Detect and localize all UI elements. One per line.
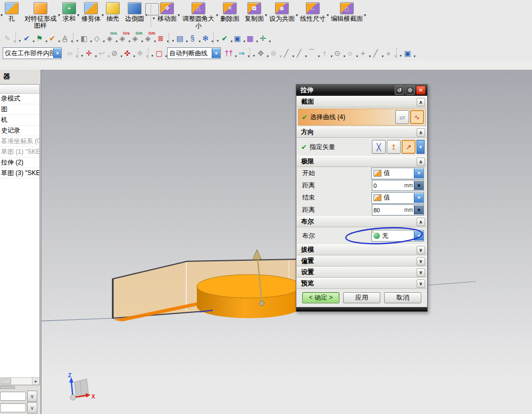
expand-chevron-icon[interactable]: ∨ xyxy=(27,391,37,402)
collapse-chevron-icon[interactable]: ∧ xyxy=(417,128,425,137)
dagger-icon[interactable]: †† ▾ xyxy=(223,47,235,59)
dropdown-arrow[interactable]: ▾ xyxy=(216,12,218,19)
sketch-axis-line[interactable] xyxy=(41,318,113,321)
nav-history-mode[interactable]: 录模式 xyxy=(0,94,39,104)
dialog-resize-bar[interactable] xyxy=(296,307,427,311)
distance-options-arrow-icon[interactable]: ▼ xyxy=(414,205,423,214)
verify-check-icon[interactable]: ✔ ▾ xyxy=(219,32,230,44)
end-type-dropdown[interactable]: 值 ▼ xyxy=(371,192,424,204)
vector-origin-handle[interactable] xyxy=(260,301,264,306)
solid-cube-icon[interactable]: ▣ ▾ xyxy=(402,47,413,59)
grab-hand-icon[interactable]: ❖ ▾ xyxy=(134,47,146,59)
undo-selection-icon[interactable]: ↩ ▾ xyxy=(96,47,107,59)
collapse-chevron-icon[interactable]: ∧ xyxy=(417,98,425,106)
start-distance-input[interactable] xyxy=(372,183,403,189)
copy-face-button[interactable]: ⧉ 复制面 ▾ xyxy=(243,0,265,30)
dropdown-arrow[interactable]: ▾ xyxy=(296,12,298,19)
snap-vertical-icon[interactable]: ↑ ▾ xyxy=(319,47,330,59)
section-settings[interactable]: 设置 ∨ xyxy=(297,267,427,278)
dropdown-arrow[interactable]: ▾ xyxy=(77,12,79,19)
stack-icon[interactable]: ▤ ▾ xyxy=(174,32,186,44)
dropdown-arrow[interactable]: ▾ xyxy=(153,15,155,22)
dropdown-arrow[interactable]: ▾ xyxy=(413,54,415,59)
reset-icon[interactable]: ↺ xyxy=(395,86,404,95)
os-display-icon[interactable]: ◈O/s ▾ xyxy=(117,32,128,44)
vector-type-dropdown-icon[interactable]: ▼ xyxy=(417,140,425,154)
add-filter-icon[interactable]: ✛ ▾ xyxy=(83,47,95,59)
two-point-vector-button[interactable]: ╳ xyxy=(372,140,386,154)
feature-check-icon[interactable]: ✔ ▾ xyxy=(46,32,58,44)
nav-sketch-1[interactable]: 草图 (1) "SKET xyxy=(0,147,39,158)
vector-type-button[interactable]: ↗ xyxy=(402,140,415,154)
section-header-limits[interactable]: 极限 ∧ xyxy=(297,156,427,167)
shell-button[interactable]: 抽壳 ▾ xyxy=(104,0,121,30)
spring-icon[interactable]: § ▾ xyxy=(187,32,198,44)
deselect-all-icon[interactable]: ⊘ ▾ xyxy=(109,47,120,59)
oh-display-icon[interactable]: ◈O/h ▾ xyxy=(142,32,154,44)
section-header-direction[interactable]: 方向 ∧ xyxy=(297,127,427,138)
move-face-button[interactable]: ✥ 移动面 ▾ xyxy=(156,0,178,30)
dropdown-arrow[interactable]: ▾ xyxy=(1,12,3,19)
select-curve-row[interactable]: ✔ 选择曲线 (4) ▱ ∿ xyxy=(298,109,426,126)
unite-button[interactable]: + 求和 ▾ xyxy=(61,0,78,30)
ok-button[interactable]: < 确定 > xyxy=(302,292,339,303)
make-coplanar-button[interactable]: ⧈ 设为共面 ▾ xyxy=(268,0,296,30)
dropdown-arrow-icon[interactable]: ▼ xyxy=(414,231,423,241)
direction-arrowhead[interactable] xyxy=(253,250,261,260)
annotation-abc-icon[interactable]: A̲ ▾ xyxy=(59,32,71,44)
flow-arrow-icon[interactable]: ⇒ ▾ xyxy=(236,47,247,59)
section-header-section[interactable]: 截面 ∧ xyxy=(297,96,427,107)
edit-cross-section-button[interactable]: △ 编辑横截面 ▾ xyxy=(329,0,364,30)
dropdown-arrow[interactable]: ▾ xyxy=(165,54,167,59)
apply-button[interactable]: 应用 xyxy=(343,292,380,303)
expression-check-icon[interactable]: ✔ ▾ xyxy=(21,32,32,44)
panel-resize-grip[interactable] xyxy=(0,386,15,389)
nav-camera[interactable]: 机 xyxy=(0,115,39,126)
marquee-select-icon[interactable]: ▢ ▾ xyxy=(153,47,165,59)
clipboard-list-icon[interactable]: ▣ ▾ xyxy=(231,32,243,44)
chain-link-icon[interactable]: ∞ ▾ xyxy=(64,47,76,59)
cancel-button[interactable]: 取消 xyxy=(384,292,421,303)
collapse-chevron-icon[interactable]: ∧ xyxy=(417,218,425,226)
combo-arrow-icon[interactable]: ▼ xyxy=(212,48,220,58)
nav-extrude-2[interactable]: 拉伸 (2) xyxy=(0,158,39,168)
linear-dimension-button[interactable]: ↔ 线性尺寸 ▾ xyxy=(298,0,327,30)
resize-blend-button[interactable]: △ 调整圆角大小 ▾ xyxy=(180,0,217,30)
csys-orient-icon[interactable]: ✛ ▾ xyxy=(257,32,269,44)
close-icon[interactable]: ✕ xyxy=(416,86,426,95)
extrude-button[interactable]: 拉伸 ▾ xyxy=(0,0,1,30)
scrollbar-thumb[interactable] xyxy=(1,378,11,384)
dropdown-arrow-icon[interactable]: ▼ xyxy=(414,193,423,203)
gh-display-icon[interactable]: ◈G/h ▾ xyxy=(129,32,141,44)
gs-display-icon[interactable]: ◈G/s ▾ xyxy=(104,32,115,44)
snap-center-icon[interactable]: ⊙ ▾ xyxy=(331,47,343,59)
dropdown-arrow[interactable]: ▾ xyxy=(102,12,104,19)
selection-scope-combo[interactable]: 仅在工作部件内部 ▼ xyxy=(3,47,62,59)
scroll-right-icon[interactable]: ▸ xyxy=(32,378,39,385)
section-header-boolean[interactable]: 布尔 ∧ xyxy=(297,216,427,227)
expand-chevron-icon[interactable]: ∨ xyxy=(27,402,37,413)
extrude-preview-top[interactable] xyxy=(197,275,301,298)
trim-body-button[interactable]: 修剪体 ▾ xyxy=(80,0,102,30)
list-hand-icon[interactable]: ≣ ▾ xyxy=(155,32,167,44)
dropdown-arrow-icon[interactable]: ▼ xyxy=(414,169,423,178)
combo-arrow-icon[interactable]: ▼ xyxy=(53,48,61,58)
flag-check-icon[interactable]: ⚑ ▾ xyxy=(34,32,45,44)
snap-midpoint-icon[interactable]: ✥ ▾ xyxy=(255,47,267,59)
navigator-hscrollbar[interactable]: ▸ xyxy=(0,377,39,385)
expand-chevron-icon[interactable]: ∨ xyxy=(417,279,425,288)
collapsed-panel-bar[interactable] xyxy=(0,392,26,401)
wireframe-view-icon[interactable]: ◇ ▾ xyxy=(91,32,103,44)
expand-chevron-icon[interactable]: ∨ xyxy=(417,246,425,254)
snap-circle-icon[interactable]: ○ ▾ xyxy=(344,47,356,59)
snap-rotate-icon[interactable]: ⊕ ▾ xyxy=(268,47,279,59)
sketch-line-right[interactable] xyxy=(426,281,476,285)
snap-plus-icon[interactable]: + ▾ xyxy=(357,47,369,59)
dropdown-arrow[interactable]: ▾ xyxy=(269,39,271,44)
collapsed-panel-bar[interactable] xyxy=(0,403,26,412)
snap-arc-icon[interactable]: ⌒ ▾ xyxy=(306,47,318,59)
dialog-titlebar[interactable]: 拉伸 ↺ ⚙ ✕ xyxy=(296,85,427,96)
snap-sphere-icon[interactable]: ● ▾ xyxy=(383,47,394,59)
snap-point-on-curve-icon[interactable]: ╱ ▾ xyxy=(293,47,305,59)
shaded-view-icon[interactable]: ◧ ▾ xyxy=(78,32,90,44)
